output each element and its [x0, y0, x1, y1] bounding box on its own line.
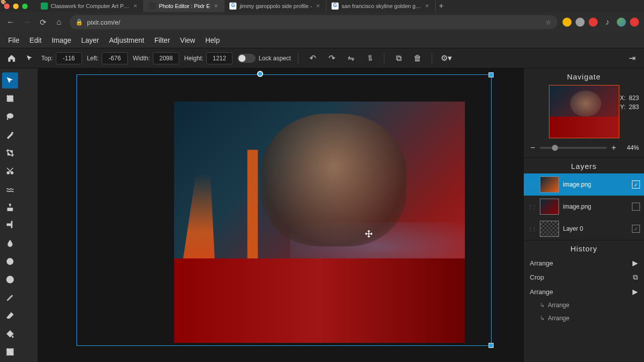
undo-button[interactable]: ↶: [305, 51, 319, 65]
history-item[interactable]: ↳Arrange: [524, 299, 644, 312]
wand-tool[interactable]: [2, 127, 18, 143]
cutout-tool[interactable]: [2, 163, 18, 179]
menu-adjustment[interactable]: Adjustment: [109, 36, 144, 44]
menu-help[interactable]: Help: [205, 36, 220, 44]
zoom-slider[interactable]: [540, 147, 607, 149]
marquee-tool[interactable]: [2, 90, 18, 107]
layer-row[interactable]: ⋮⋮ Layer 0 ✓: [524, 218, 644, 240]
browser-tab[interactable]: san francisco skyline golden g… ×: [327, 0, 436, 12]
browser-tab[interactable]: Photo Editor : Pixlr E ×: [144, 0, 225, 12]
address-bar[interactable]: 🔒 pixlr.com/e/ ☆: [69, 15, 557, 29]
clone-tool[interactable]: [2, 199, 18, 215]
layer-visibility-toggle[interactable]: ✓: [632, 180, 640, 189]
redo-button[interactable]: ↷: [325, 51, 339, 65]
history-item[interactable]: ↳Arrange: [524, 312, 644, 325]
layer-thumbnail[interactable]: [540, 221, 559, 237]
media-control-icon[interactable]: ♪: [602, 17, 613, 28]
home-button[interactable]: ⌂: [53, 17, 64, 28]
bookmark-star-icon[interactable]: ☆: [545, 19, 551, 26]
window-minimize-button[interactable]: [13, 4, 19, 9]
lock-aspect-toggle[interactable]: [237, 54, 256, 63]
menu-view[interactable]: View: [180, 36, 195, 44]
layer-drag-handle[interactable]: ⋮⋮: [528, 226, 536, 232]
history-item[interactable]: Crop ⧉: [524, 270, 644, 285]
rotate-handle[interactable]: [257, 71, 263, 77]
menu-edit[interactable]: Edit: [30, 36, 42, 44]
layer-name[interactable]: image.png: [563, 203, 628, 210]
new-tab-button[interactable]: +: [436, 2, 447, 11]
width-input[interactable]: [153, 52, 179, 64]
collapse-panel-button[interactable]: ⇥: [625, 51, 639, 65]
home-icon[interactable]: [5, 52, 18, 65]
gradient-tool[interactable]: [2, 344, 18, 360]
flip-horizontal-button[interactable]: ⇋: [344, 51, 358, 65]
profile-avatar[interactable]: [617, 18, 626, 27]
tab-close-button[interactable]: ×: [315, 3, 321, 9]
draw-tool[interactable]: [2, 290, 18, 306]
layer-drag-handle[interactable]: ⋮⋮: [528, 204, 536, 210]
zoom-in-button[interactable]: +: [610, 143, 618, 152]
settings-gear-icon[interactable]: ⚙▾: [439, 51, 453, 65]
forward-button[interactable]: →: [21, 17, 32, 28]
extension-icon[interactable]: [630, 18, 639, 27]
extension-icon[interactable]: [562, 18, 572, 27]
back-button[interactable]: ←: [5, 17, 16, 28]
svg-point-7: [10, 279, 11, 280]
heal-tool[interactable]: [2, 217, 18, 233]
tab-close-button[interactable]: ×: [132, 3, 138, 9]
canvas-area[interactable]: [38, 68, 523, 362]
menu-layer[interactable]: Layer: [82, 36, 99, 44]
crop-tool[interactable]: [2, 145, 18, 161]
history-item[interactable]: Arrange ▶: [524, 285, 644, 299]
layer-name[interactable]: Layer 0: [563, 225, 628, 232]
resize-handle[interactable]: [489, 343, 494, 348]
left-input[interactable]: [102, 52, 128, 64]
liquify-tool[interactable]: [2, 181, 18, 197]
blur-tool[interactable]: [2, 235, 18, 251]
height-input[interactable]: [206, 52, 232, 64]
app-menubar: File Edit Image Layer Adjustment Filter …: [0, 32, 644, 48]
layer-visibility-toggle[interactable]: [632, 203, 640, 211]
width-label: Width:: [133, 55, 150, 62]
tab-close-button[interactable]: ×: [213, 3, 219, 9]
menu-image[interactable]: Image: [52, 36, 71, 44]
layer-name[interactable]: image.png: [563, 181, 628, 188]
layer-thumbnail[interactable]: [540, 199, 559, 215]
extension-row: ♪: [562, 17, 639, 28]
extension-icon[interactable]: [589, 18, 598, 27]
tab-close-button[interactable]: ×: [424, 3, 430, 9]
duplicate-button[interactable]: ⧉: [391, 51, 406, 65]
history-item[interactable]: Arrange ▶: [524, 256, 644, 270]
separator: [298, 53, 298, 64]
browser-tab[interactable]: Classwork for Computer Art P… ×: [36, 0, 144, 12]
arrange-tool[interactable]: [2, 72, 18, 88]
lasso-tool[interactable]: [2, 109, 18, 125]
sponge-tool[interactable]: [2, 272, 18, 288]
top-input[interactable]: [56, 52, 82, 64]
reload-button[interactable]: ⟳: [37, 17, 48, 28]
history-label: Arrange: [548, 315, 570, 322]
transform-bounding-box[interactable]: [76, 74, 492, 346]
window-zoom-button[interactable]: [22, 4, 28, 9]
flip-vertical-button[interactable]: ⥮: [363, 51, 377, 65]
arrange-icon: ▶: [632, 288, 638, 296]
layer-thumbnail[interactable]: [540, 176, 559, 193]
navigator-thumbnail[interactable]: [549, 85, 619, 138]
zoom-out-button[interactable]: −: [529, 143, 537, 152]
extension-icon[interactable]: [576, 18, 585, 27]
layer-row[interactable]: ⋮⋮ image.png: [524, 196, 644, 218]
dodge-tool[interactable]: [2, 253, 18, 269]
delete-button[interactable]: 🗑: [411, 51, 425, 65]
menu-filter[interactable]: Filter: [154, 36, 170, 44]
layer-visibility-toggle[interactable]: ✓: [632, 225, 640, 233]
eraser-tool[interactable]: [2, 308, 18, 324]
layer-row[interactable]: ⋮⋮ image.png ✓: [524, 173, 644, 196]
move-cursor-icon: [364, 229, 373, 238]
layer-drag-handle[interactable]: ⋮⋮: [528, 182, 536, 188]
resize-handle[interactable]: [489, 72, 494, 77]
browser-tab[interactable]: jimmy garoppolo side profile - ×: [224, 0, 327, 12]
fill-tool[interactable]: [2, 326, 18, 342]
history-panel-title: History: [524, 240, 644, 256]
arrange-tool-icon[interactable]: [23, 52, 36, 65]
menu-file[interactable]: File: [8, 36, 20, 44]
